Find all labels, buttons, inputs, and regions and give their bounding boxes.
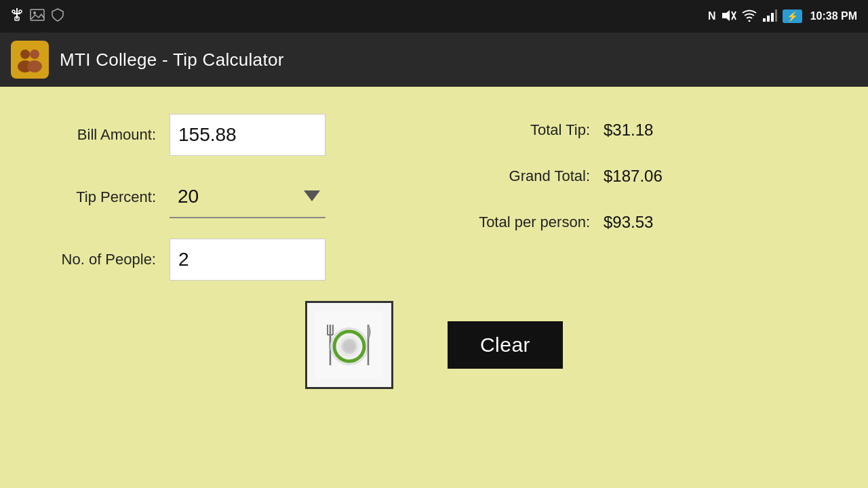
wifi-icon [742,9,757,24]
tip-percent-row: Tip Percent: 20 [41,176,400,218]
image-icon [30,9,45,24]
bottom-area: Clear [41,301,827,389]
svg-point-10 [748,20,750,22]
svg-rect-14 [775,9,777,22]
n-icon: N [708,10,716,22]
svg-point-18 [27,60,42,73]
status-left-icons [11,8,64,25]
battery-icon: ⚡ [783,9,802,23]
svg-rect-13 [771,13,774,22]
bill-amount-row: Bill Amount: [41,114,400,156]
per-person-row: Total per person: $93.53 [468,213,827,232]
tip-percent-value: 20 [178,186,199,207]
tip-percent-spinner[interactable]: 20 [170,176,326,218]
svg-point-17 [30,49,39,59]
people-count-label: No. of People: [41,251,156,268]
status-right-icons: N ⚡ [708,9,857,24]
bill-amount-input[interactable] [170,114,326,156]
svg-rect-11 [763,18,766,22]
form-area: Bill Amount: Tip Percent: 20 No. of Peop… [41,114,827,281]
svg-point-3 [12,10,15,13]
grand-total-row: Grand Total: $187.06 [468,167,827,186]
mute-icon [722,9,736,24]
bill-amount-label: Bill Amount: [41,126,156,144]
plate-button[interactable] [305,301,393,389]
input-column: Bill Amount: Tip Percent: 20 No. of Peop… [41,114,400,281]
people-count-row: No. of People: [41,239,400,281]
signal-icon [762,9,777,24]
total-tip-value: $31.18 [604,121,653,140]
per-person-label: Total per person: [468,214,590,231]
svg-point-6 [33,12,36,14]
shield-icon [52,8,64,24]
status-time: 10:38 PM [810,10,857,22]
usb-icon [11,8,23,25]
total-tip-row: Total Tip: $31.18 [468,121,827,140]
total-tip-label: Total Tip: [468,121,590,139]
plate-inner [313,308,386,382]
people-count-input[interactable] [170,239,326,281]
svg-point-31 [344,341,355,352]
spinner-arrow-icon [304,190,320,201]
app-bar: MTI College - Tip Calculator [0,33,868,87]
svg-point-15 [20,49,30,59]
app-icon [11,41,49,79]
app-title: MTI College - Tip Calculator [60,49,284,70]
tip-percent-label: Tip Percent: [41,188,156,206]
status-bar: N ⚡ [0,0,868,33]
main-content: Bill Amount: Tip Percent: 20 No. of Peop… [0,87,868,488]
clear-button[interactable]: Clear [448,321,563,369]
results-column: Total Tip: $31.18 Grand Total: $187.06 T… [427,114,827,232]
svg-point-4 [19,10,22,13]
svg-marker-7 [722,10,730,21]
plate-svg [315,311,383,379]
grand-total-label: Grand Total: [468,167,590,185]
svg-rect-12 [767,16,770,22]
per-person-value: $93.53 [604,213,653,232]
grand-total-value: $187.06 [604,167,663,186]
